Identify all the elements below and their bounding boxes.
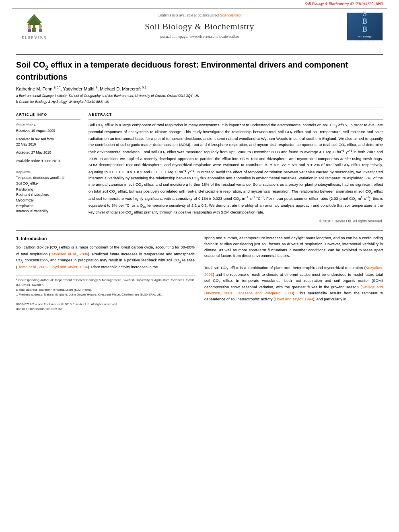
footnote-email: E-mail address: katiefenn@hotmail.com (K… bbox=[16, 288, 195, 292]
keyword-6: Respiration bbox=[16, 203, 80, 209]
elsevier-logo: ELSEVIER bbox=[18, 12, 50, 41]
journal-title-block: Contents lists available at ScienceDirec… bbox=[56, 13, 343, 40]
elsevier-wordmark: ELSEVIER bbox=[21, 35, 47, 41]
elsevier-logo-container: ELSEVIER bbox=[12, 12, 56, 41]
logo-subtitle: Soil Biology& Biochemistry bbox=[355, 35, 374, 43]
footnote-doi: doi:10.1016/j.soilbio.2010.05.028 bbox=[16, 307, 195, 312]
journal-logo-container: SBB Soil Biology& Biochemistry bbox=[343, 12, 387, 41]
article-info-header: ARTICLE INFO bbox=[16, 112, 80, 117]
kuzyakov-ref[interactable]: Kuzyakov, 2006 bbox=[204, 265, 383, 277]
keyword-2: Soil CO2 efflux bbox=[16, 181, 80, 187]
svg-rect-1 bbox=[33, 24, 35, 30]
savage-ref[interactable]: Savage and Davidson, 2001 bbox=[204, 285, 383, 295]
journal-header: ELSEVIER Contents lists available at Sci… bbox=[12, 8, 387, 45]
intro-para-1: Soil carbon dioxide (CO2) efflux is a ma… bbox=[16, 244, 195, 270]
intro-col-right: spring and summer, as temperature increa… bbox=[204, 235, 383, 311]
keywords-divider bbox=[16, 167, 80, 167]
elsevier-tree-icon bbox=[18, 12, 50, 34]
abstract-col: ABSTRACT Soil CO2 efflux is a large comp… bbox=[88, 112, 383, 224]
logo-letters: SBB bbox=[362, 10, 367, 34]
journal-reference: Soil Biology & Biochemistry 42 (2010) 16… bbox=[0, 0, 399, 8]
copyright-line: © 2010 Elsevier Ltd. All rights reserved… bbox=[88, 219, 383, 224]
abstract-text: Soil CO2 efflux is a large component of … bbox=[88, 122, 383, 216]
journal-homepage: journal homepage: www.elsevier.com/locat… bbox=[56, 34, 343, 40]
keywords-label: Keywords: bbox=[16, 170, 80, 175]
sciencedirect-link[interactable]: ScienceDirect bbox=[220, 13, 241, 17]
accepted-date: Accepted 27 May 2010 bbox=[16, 150, 80, 155]
keyword-5: Mycorrhizal bbox=[16, 198, 80, 203]
intro-para-right-1: spring and summer, as temperature increa… bbox=[204, 235, 383, 259]
title-divider-top bbox=[16, 54, 383, 55]
keyword-4: Root-and-rhizosphere bbox=[16, 192, 80, 198]
footnote-corresponding: * Corresponding author at: Department of… bbox=[16, 278, 195, 288]
footnote-present: 1 Present address: Natural England, John… bbox=[16, 292, 195, 297]
intro-two-col: 1. Introduction Soil carbon dioxide (CO2… bbox=[16, 235, 383, 311]
keywords-list: Temperate deciduous woodland Soil CO2 ef… bbox=[16, 175, 80, 214]
journal-title: Soil Biology & Biochemistry bbox=[56, 20, 343, 33]
available-date: Available online 9 June 2010 bbox=[16, 158, 80, 164]
paper-title: Soil CO2 efflux in a temperate deciduous… bbox=[16, 60, 383, 82]
journal-logo-graphic: SBB Soil Biology& Biochemistry bbox=[347, 12, 383, 41]
svg-point-4 bbox=[28, 25, 31, 29]
intro-heading: 1. Introduction bbox=[16, 235, 195, 242]
article-info-abstract-section: ARTICLE INFO Article history: Received 1… bbox=[16, 112, 383, 224]
intro-col-left: 1. Introduction Soil carbon dioxide (CO2… bbox=[16, 235, 195, 311]
authors-line: Katherine M. Fenn a,b,*, Yadvinder Malhi… bbox=[16, 85, 383, 92]
history-label: Article history: bbox=[16, 122, 80, 127]
affiliation-a: a Environmental Change Institute, School… bbox=[16, 94, 383, 99]
section-divider bbox=[16, 107, 383, 107]
lloyd-ref-2[interactable]: Lloyd and Taylor, 1994 bbox=[275, 297, 313, 301]
keyword-3: Partitioning bbox=[16, 187, 80, 193]
heath-ref[interactable]: Heath et al., 2005 bbox=[17, 265, 47, 269]
affiliation-b: b Centre for Ecology & Hydrology, Wallin… bbox=[16, 100, 383, 105]
abstract-header: ABSTRACT bbox=[88, 112, 383, 117]
intro-para-right-2: Total soil CO2 efflux is a combination o… bbox=[204, 265, 383, 302]
svg-rect-7 bbox=[39, 29, 42, 32]
received-revised-date: Received in revised form 22 May 2010 bbox=[16, 137, 80, 147]
abstract-divider bbox=[88, 119, 383, 120]
keyword-1: Temperate deciduous woodland bbox=[16, 175, 80, 181]
article-info-divider bbox=[16, 119, 80, 120]
lloyd-ref-1[interactable]: Lloyd and Taylor, 1994 bbox=[49, 265, 88, 269]
footnote-issn: 0038-0717/$ – see front matter © 2010 El… bbox=[16, 302, 195, 307]
svg-point-6 bbox=[39, 25, 42, 29]
janssens-ref[interactable]: Janssens and Pilegaard, 2003 bbox=[237, 291, 293, 295]
svg-rect-5 bbox=[28, 29, 31, 32]
received-date: Received 19 August 2009 bbox=[16, 128, 80, 134]
article-info-col: ARTICLE INFO Article history: Received 1… bbox=[16, 112, 80, 224]
keyword-7: Interannual variability bbox=[16, 209, 80, 214]
main-content: Soil CO2 efflux in a temperate deciduous… bbox=[0, 44, 399, 315]
footnotes-section: * Corresponding author at: Department of… bbox=[16, 275, 195, 312]
sciencedirect-line: Contents lists available at ScienceDirec… bbox=[56, 13, 343, 18]
davidson-ref[interactable]: Davidson et al., 2006 bbox=[50, 252, 88, 256]
body-section: 1. Introduction Soil carbon dioxide (CO2… bbox=[16, 230, 383, 311]
